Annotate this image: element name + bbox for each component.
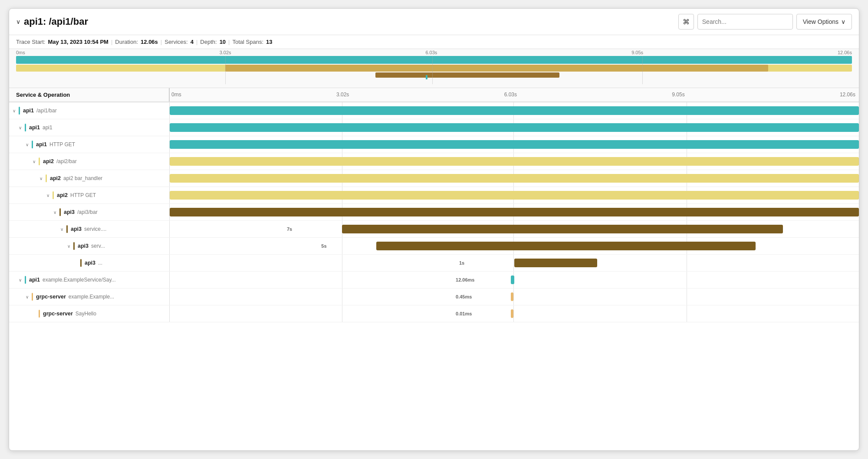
- span-bar-area: [170, 153, 859, 170]
- table-row[interactable]: ∨api1example.ExampleService/Say...12.06m…: [9, 272, 859, 289]
- tick-line: [342, 305, 342, 322]
- time-mark-4: 12.06s: [840, 92, 855, 98]
- span-bar[interactable]: [170, 174, 859, 183]
- view-options-button[interactable]: View Options ∨: [796, 14, 852, 30]
- service-color-indicator: [73, 242, 75, 250]
- table-row[interactable]: ∨api3service....7s: [9, 221, 859, 238]
- span-duration-label: 5s: [321, 243, 326, 249]
- span-bar[interactable]: [170, 140, 859, 149]
- chevron-icon[interactable]: ∨: [26, 142, 30, 147]
- gantt-label-header: Service & Operation: [9, 88, 170, 102]
- service-name: api1: [29, 277, 40, 283]
- span-bar-area: 1s: [170, 255, 859, 271]
- table-row[interactable]: ∨api1HTTP GET: [9, 136, 859, 153]
- span-bar[interactable]: [511, 292, 513, 301]
- span-bar[interactable]: [511, 275, 514, 284]
- service-name: api3: [64, 209, 75, 215]
- ruler-mark-1: 3.02s: [220, 50, 231, 55]
- service-color-indicator: [53, 191, 54, 199]
- ruler-mark-4: 12.06s: [838, 50, 852, 55]
- trace-start-value: May 13, 2023 10:54 PM: [48, 39, 108, 45]
- span-bar[interactable]: [514, 259, 597, 267]
- span-bar[interactable]: [342, 225, 783, 233]
- span-bar-area: [170, 136, 859, 153]
- span-bar[interactable]: [170, 208, 859, 216]
- service-color-indicator: [39, 157, 40, 165]
- timeline-overview[interactable]: 0ms 3.02s 6.03s 9.05s 12.06s: [9, 49, 859, 88]
- operation-name: /api2/bar: [56, 158, 77, 164]
- duration-value: 12.06s: [141, 39, 158, 45]
- span-label-s4: ∨api2/api2/bar: [9, 153, 170, 170]
- chevron-icon[interactable]: ∨: [46, 193, 51, 198]
- operation-name: HTTP GET: [49, 141, 75, 148]
- chevron-icon[interactable]: ∨: [19, 125, 23, 130]
- chevron-icon[interactable]: ∨: [67, 244, 72, 249]
- chevron-icon[interactable]: ∨: [33, 159, 37, 164]
- span-label-s12: ∨grpc-serverexample.Example...: [9, 289, 170, 305]
- table-row[interactable]: grpc-serverSayHello0.01ms: [9, 305, 859, 322]
- service-name: grpc-server: [36, 294, 66, 300]
- service-color-indicator: [59, 208, 61, 216]
- service-color-indicator: [80, 259, 82, 267]
- depth-value: 10: [220, 39, 226, 45]
- span-bar[interactable]: [170, 123, 859, 132]
- table-row[interactable]: ∨api3/api3/bar: [9, 204, 859, 221]
- service-color-indicator: [39, 310, 40, 318]
- chevron-icon[interactable]: ∨: [53, 210, 58, 215]
- chevron-icon[interactable]: ∨: [60, 227, 65, 232]
- tick-line: [687, 289, 687, 305]
- ov-tick-2: [432, 56, 433, 84]
- gantt-rows: ∨api1/api1/bar∨api1api1∨api1HTTP GET∨api…: [9, 102, 859, 322]
- table-row[interactable]: ∨api3serv...5s: [9, 238, 859, 255]
- gantt-header: Service & Operation 0ms 3.02s 6.03s 9.05…: [9, 88, 859, 102]
- table-row[interactable]: api3...1s: [9, 255, 859, 272]
- ruler-mark-2: 6.03s: [425, 50, 437, 55]
- span-duration-label: 12.06ms: [456, 277, 474, 282]
- span-label-s13: grpc-serverSayHello: [9, 305, 170, 322]
- span-label-s8: ∨api3service....: [9, 221, 170, 237]
- service-color-indicator: [19, 107, 20, 115]
- ov-marker-teal: [426, 75, 427, 79]
- chevron-icon[interactable]: ∨: [19, 278, 23, 282]
- collapse-icon[interactable]: ∨: [16, 18, 20, 25]
- gantt-time-header: 0ms 3.02s 6.03s 9.05s 12.06s: [170, 88, 859, 102]
- ruler-mark-0: 0ms: [16, 50, 25, 55]
- table-row[interactable]: ∨api1/api1/bar: [9, 102, 859, 119]
- span-bar-area: [170, 187, 859, 203]
- table-row[interactable]: ∨api2api2 bar_handler: [9, 170, 859, 187]
- span-bar-area: [170, 204, 859, 220]
- span-bar[interactable]: [170, 191, 859, 200]
- operation-name: HTTP GET: [70, 192, 96, 198]
- table-row[interactable]: ∨api2HTTP GET: [9, 187, 859, 204]
- span-bar[interactable]: [511, 309, 513, 318]
- depth-label: Depth:: [200, 39, 217, 45]
- span-bar-area: 5s: [170, 238, 859, 254]
- service-name: api1: [29, 125, 40, 131]
- time-mark-2: 6.03s: [504, 92, 517, 98]
- chevron-icon[interactable]: ∨: [39, 176, 44, 181]
- span-bar[interactable]: [170, 106, 859, 115]
- service-color-indicator: [25, 276, 26, 284]
- tick-line: [342, 238, 342, 254]
- tick-line: [342, 255, 342, 271]
- chevron-icon[interactable]: ∨: [13, 108, 17, 113]
- total-spans-value: 13: [266, 39, 272, 45]
- gantt-main: Service & Operation 0ms 3.02s 6.03s 9.05…: [9, 88, 859, 322]
- span-bar[interactable]: [170, 157, 859, 166]
- table-row[interactable]: ∨api1api1: [9, 119, 859, 136]
- table-row[interactable]: ∨api2/api2/bar: [9, 153, 859, 170]
- search-input[interactable]: [697, 14, 793, 30]
- ruler-mark-3: 9.05s: [631, 50, 643, 55]
- span-label-s6: ∨api2HTTP GET: [9, 187, 170, 203]
- span-bar[interactable]: [376, 242, 755, 250]
- table-row[interactable]: ∨grpc-serverexample.Example...0.45ms: [9, 289, 859, 305]
- cmd-button[interactable]: ⌘: [678, 14, 694, 30]
- span-duration-label: 7s: [287, 226, 292, 232]
- operation-name: example.Example...: [69, 294, 114, 300]
- operation-name: ...: [98, 260, 102, 266]
- span-label-s9: ∨api3serv...: [9, 238, 170, 254]
- chevron-icon[interactable]: ∨: [26, 295, 30, 299]
- operation-name: /api1/bar: [36, 108, 57, 114]
- span-bar-area: [170, 119, 859, 136]
- span-label-s11: ∨api1example.ExampleService/Say...: [9, 272, 170, 288]
